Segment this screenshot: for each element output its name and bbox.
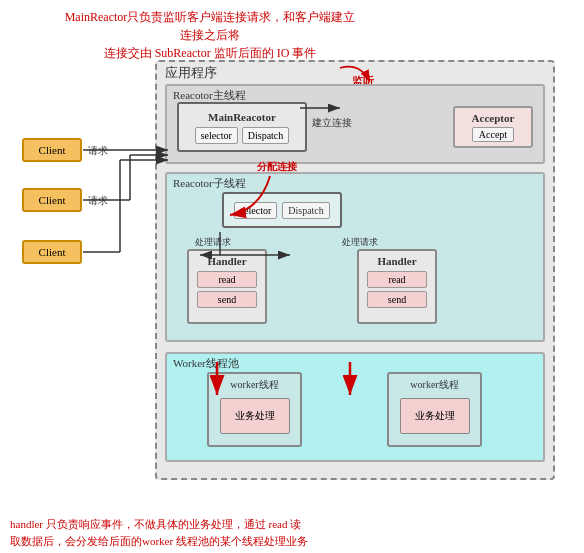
diagram-area: 应用程序 监听 Reacotor主线程 MainReacotor selecto… [155,60,555,480]
main-reactor-section-label: Reacotor主线程 [173,88,246,103]
read-btn-right: read [367,271,427,288]
dispatch-btn-sub: Dispatch [282,202,330,219]
acceptor-title: Acceptor [472,112,515,124]
main-reactor-buttons: selector Dispatch [195,127,290,144]
app-label: 应用程序 [165,64,217,82]
bottom-line2: 取数据后，会分发给后面的worker 线程池的某个线程处理业务 [10,533,550,550]
top-annotation: MainReactor只负责监听客户端连接请求，和客户端建立连接之后将 连接交由… [60,8,360,62]
client-label-3: Client [39,246,66,258]
handler-box-right: Handler read send [357,249,437,324]
sub-reactor-section: Reacotor子线程 selector Dispatch Handler re… [165,172,545,342]
send-btn-left: send [197,291,257,308]
client-box-1: Client [22,138,82,162]
process-label-2: 处理请求 [342,236,378,249]
bottom-annotation: handler 只负责响应事件，不做具体的业务处理，通过 read 读 取数据后… [10,516,550,549]
page: MainReactor只负责监听客户端连接请求，和客户端建立连接之后将 连接交由… [0,0,584,553]
main-reactor-title: MainReacotor [208,111,276,123]
read-btn-left: read [197,271,257,288]
worker-box-left: worker线程 业务处理 [207,372,302,447]
client-label-2: Client [39,194,66,206]
worker-title-right: worker线程 [410,378,458,392]
accept-btn: Accept [472,127,514,142]
dispatch-btn-main: Dispatch [242,127,290,144]
client-label-1: Client [39,144,66,156]
worker-title-left: worker线程 [230,378,278,392]
top-line1: MainReactor只负责监听客户端连接请求，和客户端建立连接之后将 [60,8,360,44]
send-btn-right: send [367,291,427,308]
acceptor-box: Acceptor Accept [453,106,533,148]
worker-section: Worker线程池 worker线程 业务处理 worker线程 业务处理 [165,352,545,462]
handler-title-left: Handler [207,255,246,267]
main-reactor-box: MainReacotor selector Dispatch [177,102,307,152]
client-box-2: Client [22,188,82,212]
worker-box-right: worker线程 业务处理 [387,372,482,447]
request-label-2: 请求 [88,194,108,208]
selector-btn-main: selector [195,127,238,144]
request-label-1: 请求 [88,144,108,158]
business-box-right: 业务处理 [400,398,470,434]
connect-label: 建立连接 [312,116,352,130]
bottom-line1: handler 只负责响应事件，不做具体的业务处理，通过 read 读 [10,516,550,533]
sub-reactor-box: selector Dispatch [222,192,342,228]
main-reactor-section: Reacotor主线程 MainReacotor selector Dispat… [165,84,545,164]
worker-label: Worker线程池 [173,356,239,371]
handler-title-right: Handler [377,255,416,267]
handler-box-left: Handler read send [187,249,267,324]
client-box-3: Client [22,240,82,264]
selector-btn-sub: selector [234,202,277,219]
business-box-left: 业务处理 [220,398,290,434]
sub-reactor-label: Reacotor子线程 [173,176,246,191]
process-label-1: 处理请求 [195,236,231,249]
